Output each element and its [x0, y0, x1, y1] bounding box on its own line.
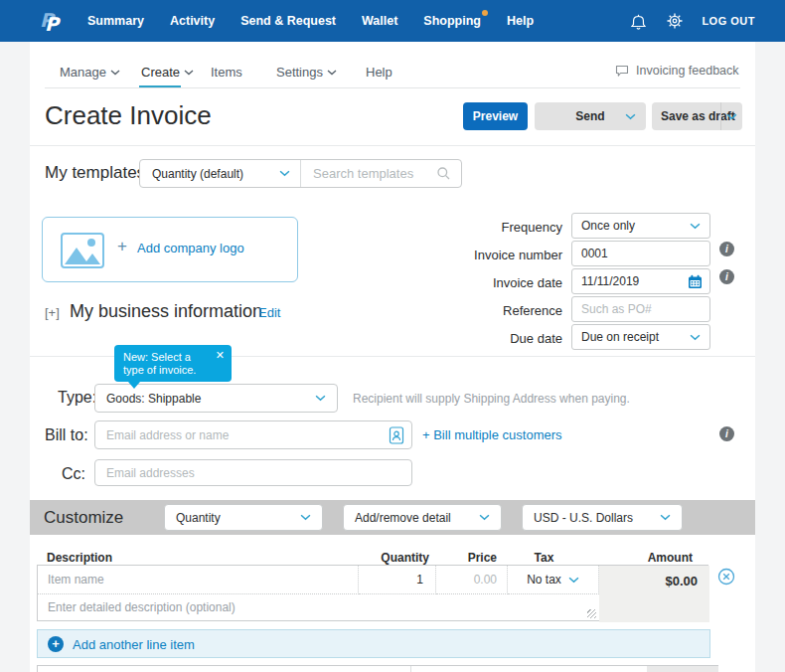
template-search-input[interactable] [313, 166, 432, 181]
invoice-date-input[interactable] [581, 274, 681, 288]
tab-settings-label: Settings [276, 65, 323, 80]
save-as-draft-chevron[interactable] [720, 102, 742, 130]
tab-create[interactable]: Create [141, 65, 194, 80]
send-button[interactable]: Send [535, 102, 646, 130]
reference-label: Reference [445, 303, 562, 318]
tab-help-label: Help [366, 65, 392, 80]
chevron-down-icon [479, 514, 490, 521]
tooltip-text: New: Select a type of invoice. [123, 351, 196, 376]
chevron-down-icon [568, 577, 579, 584]
tax-select[interactable]: No tax [508, 566, 599, 594]
next-section-partial [37, 665, 718, 672]
nav-summary[interactable]: Summary [87, 14, 144, 28]
reference-input[interactable] [581, 302, 681, 316]
type-label: Type: [58, 389, 96, 407]
add-company-logo-label: Add company logo [137, 241, 244, 255]
tab-help[interactable]: Help [366, 65, 392, 80]
cc-input[interactable] [106, 466, 355, 480]
cc-field[interactable] [94, 459, 412, 486]
col-quantity: Quantity [360, 551, 429, 565]
close-icon[interactable]: ✕ [216, 349, 225, 362]
detail-description-cell[interactable] [38, 594, 599, 621]
item-name-input[interactable] [48, 573, 336, 587]
paypal-logo[interactable]: P P [38, 8, 64, 34]
bill-to-info-icon[interactable]: i [719, 426, 734, 441]
address-book-icon[interactable] [388, 425, 405, 449]
chevron-down-icon [315, 395, 326, 402]
svg-text:P: P [45, 13, 62, 34]
invoice-type-value: Goods: Shippable [106, 392, 201, 406]
item-name-cell[interactable] [38, 566, 359, 594]
nav-activity[interactable]: Activity [170, 14, 215, 28]
chevron-down-icon [300, 514, 311, 521]
invoice-date-info-icon[interactable]: i [719, 269, 734, 284]
calendar-icon[interactable] [688, 274, 703, 292]
customize-view-value: Quantity [176, 511, 221, 525]
invoicing-feedback-link[interactable]: Invoicing feedback [615, 64, 739, 78]
customize-view-select[interactable]: Quantity [164, 504, 323, 531]
plus-icon: + [117, 237, 127, 256]
new-feature-tooltip: New: Select a type of invoice. ✕ [114, 345, 232, 382]
nav-send-request[interactable]: Send & Request [240, 14, 336, 28]
currency-select[interactable]: USD - U.S. Dollars [522, 504, 683, 531]
shopping-notification-dot [482, 10, 488, 16]
template-select[interactable]: Quantity (default) [140, 160, 301, 187]
invoice-number-info-icon[interactable]: i [719, 242, 734, 256]
nav-shopping[interactable]: Shopping [423, 14, 481, 28]
partial-divider [410, 666, 411, 672]
template-search[interactable] [301, 160, 461, 187]
business-info-edit-link[interactable]: Edit [258, 305, 280, 320]
reference-field[interactable] [571, 296, 710, 322]
customize-detail-select[interactable]: Add/remove detail [343, 504, 502, 531]
gear-icon[interactable] [665, 11, 685, 31]
tab-items[interactable]: Items [211, 65, 242, 80]
bill-to-input[interactable] [106, 428, 355, 442]
chevron-down-icon [110, 70, 120, 76]
quantity-cell[interactable]: 1 [359, 566, 436, 594]
add-line-item-button[interactable]: + Add another line item [37, 629, 710, 658]
chevron-down-icon [327, 70, 337, 76]
frequency-select[interactable]: Once only [571, 213, 710, 239]
invoice-number-label: Invoice number [445, 248, 562, 262]
currency-value: USD - U.S. Dollars [534, 511, 633, 525]
topbar-right: LOG OUT [629, 11, 755, 31]
chevron-down-icon [690, 334, 701, 341]
tab-manage[interactable]: Manage [60, 65, 120, 80]
speech-bubble-icon [615, 65, 629, 78]
invoice-number-input[interactable] [581, 247, 681, 260]
nav-wallet[interactable]: Wallet [362, 14, 397, 28]
price-cell[interactable]: 0.00 [436, 566, 508, 594]
send-button-label: Send [575, 109, 604, 123]
chevron-down-icon [690, 223, 701, 230]
col-amount: Amount [603, 551, 693, 565]
add-company-logo-box[interactable]: + Add company logo [42, 217, 298, 282]
detail-description-input[interactable] [48, 600, 584, 620]
logout-button[interactable]: LOG OUT [702, 15, 755, 27]
partial-gray-cell [647, 666, 718, 672]
my-templates-label: My templates [45, 163, 145, 183]
search-icon[interactable] [436, 166, 451, 181]
bill-multiple-customers-link[interactable]: + Bill multiple customers [422, 427, 562, 442]
customize-label: Customize [44, 508, 123, 528]
business-info-expand[interactable]: [+] [45, 305, 60, 320]
template-select-value: Quantity (default) [152, 167, 243, 181]
invoice-number-field[interactable] [571, 241, 710, 266]
textarea-resize-handle[interactable] [587, 609, 596, 618]
due-date-select[interactable]: Due on receipt [571, 324, 710, 350]
tooltip-arrow [128, 382, 140, 389]
chevron-down-icon [184, 70, 194, 76]
invoice-date-field[interactable] [571, 268, 710, 294]
tab-settings[interactable]: Settings [276, 65, 337, 80]
save-as-draft-button[interactable]: Save as draft [652, 102, 742, 130]
tax-value: No tax [527, 573, 561, 587]
remove-line-item-icon[interactable] [717, 568, 735, 589]
bell-icon[interactable] [629, 11, 648, 31]
preview-button[interactable]: Preview [463, 102, 528, 130]
create-invoice-page: P P Summary Activity Send & Request Wall… [0, 0, 785, 672]
nav-help[interactable]: Help [507, 14, 534, 28]
header-divider [30, 145, 755, 146]
nav-shopping-label: Shopping [423, 14, 481, 28]
bill-to-field[interactable] [94, 420, 412, 449]
topbar: P P Summary Activity Send & Request Wall… [0, 0, 785, 42]
topbar-nav: Summary Activity Send & Request Wallet S… [87, 14, 534, 28]
